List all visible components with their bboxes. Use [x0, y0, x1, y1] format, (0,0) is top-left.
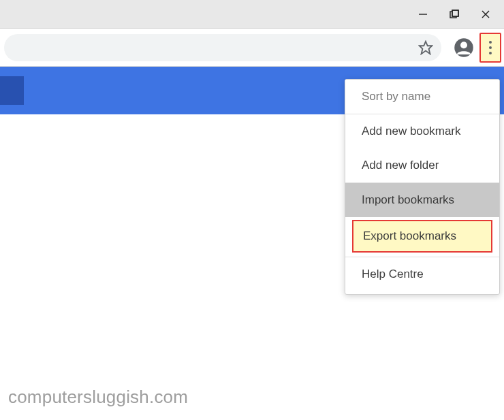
close-button[interactable] [470, 1, 501, 28]
profile-button[interactable] [452, 36, 475, 59]
menu-help-centre[interactable]: Help Centre [345, 257, 499, 291]
minimize-button[interactable] [407, 1, 439, 28]
close-icon [481, 10, 490, 19]
menu-add-bookmark[interactable]: Add new bookmark [345, 114, 499, 148]
window-titlebar [0, 0, 504, 29]
kebab-icon [489, 41, 492, 54]
menu-export-bookmarks[interactable]: Export bookmarks [352, 220, 492, 253]
watermark-text: computersluggish.com [8, 387, 188, 408]
header-accent-square [0, 76, 24, 105]
browser-toolbar [0, 29, 504, 67]
menu-add-folder[interactable]: Add new folder [345, 148, 499, 182]
maximize-button[interactable] [439, 1, 470, 28]
menu-import-bookmarks[interactable]: Import bookmarks [345, 183, 499, 217]
menu-sort-by-name[interactable]: Sort by name [345, 80, 499, 114]
chrome-menu-button[interactable] [479, 33, 501, 63]
minimize-icon [418, 10, 428, 19]
svg-marker-6 [420, 41, 432, 53]
profile-icon [454, 37, 474, 58]
svg-point-8 [460, 42, 467, 48]
bookmark-organize-menu: Sort by name Add new bookmark Add new fo… [345, 79, 500, 295]
address-bar[interactable] [4, 34, 441, 61]
svg-rect-2 [452, 10, 458, 16]
bookmark-star-icon[interactable] [418, 40, 433, 55]
maximize-icon [450, 10, 459, 19]
